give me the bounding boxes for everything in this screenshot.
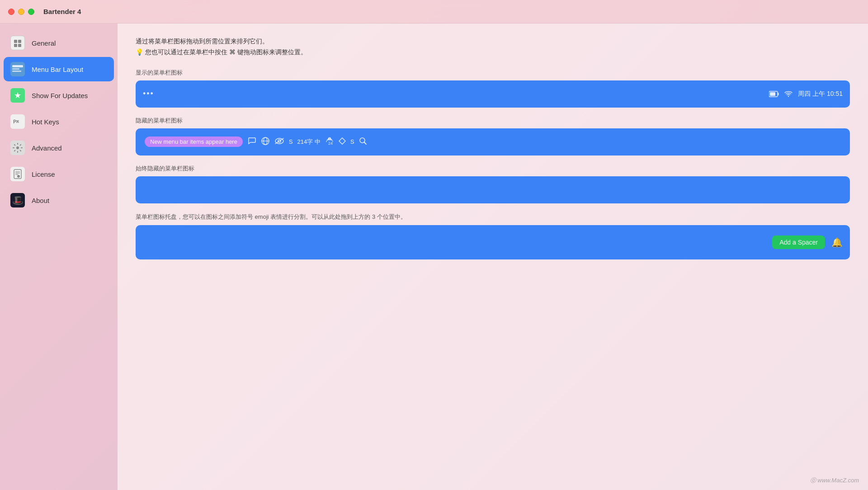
diamond-svg xyxy=(339,137,346,145)
sidebar-label-advanced: Advanced xyxy=(32,144,62,152)
tray-zone[interactable]: Add a Spacer 🔔 xyxy=(136,225,850,259)
advanced-icon-wrapper xyxy=(10,140,25,155)
general-icon xyxy=(10,36,25,50)
about-icon-wrapper: 🎩 xyxy=(10,193,25,208)
svg-rect-2 xyxy=(14,44,17,47)
antenna-icon: 24 xyxy=(325,137,334,147)
general-icon-wrapper xyxy=(10,35,25,51)
skype2-icon: S xyxy=(350,138,354,145)
app-window: Bartender 4 General xyxy=(0,0,868,490)
eye-icon xyxy=(274,137,284,146)
svg-rect-4 xyxy=(12,65,23,67)
advanced-icon xyxy=(10,141,25,155)
svg-rect-16 xyxy=(770,92,775,96)
license-icon-wrapper xyxy=(10,166,25,182)
globe-svg xyxy=(261,137,270,146)
globe-icon xyxy=(261,137,270,147)
content-area: 通过将菜单栏图标拖动到所需位置来排列它们。 💡 您也可以通过在菜单栏中按住 ⌘ … xyxy=(118,24,868,490)
app-title: Bartender 4 xyxy=(43,8,81,15)
wifi-svg xyxy=(784,90,793,97)
always-hidden-label: 始终隐藏的菜单栏图标 xyxy=(136,165,850,173)
chat-icon xyxy=(247,137,256,147)
battery-svg xyxy=(769,91,779,97)
traffic-lights xyxy=(8,9,34,15)
hidden-label: 隐藏的菜单栏图标 xyxy=(136,117,850,125)
gear-svg xyxy=(12,142,23,153)
hotkeys-icon: P⌘ xyxy=(10,114,25,129)
sidebar-label-hotkeys: Hot Keys xyxy=(32,118,59,126)
dots-icon: ••• xyxy=(143,89,154,99)
sidebar-label-updates: Show For Updates xyxy=(32,92,88,99)
svg-rect-15 xyxy=(778,93,779,95)
svg-rect-1 xyxy=(18,40,21,43)
instruction-line1: 通过将菜单栏图标拖动到所需位置来排列它们。 xyxy=(136,36,850,47)
svg-rect-5 xyxy=(12,68,19,70)
hotkeys-icon-wrapper: P⌘ xyxy=(10,114,25,129)
bell-icon: 🔔 xyxy=(831,237,843,248)
visible-zone[interactable]: ••• 周四 上午 10:51 xyxy=(136,80,850,108)
svg-point-17 xyxy=(788,96,789,97)
svg-text:24: 24 xyxy=(328,141,333,145)
sidebar: General Menu Bar Layout xyxy=(0,24,118,490)
sidebar-label-license: License xyxy=(32,170,55,178)
sidebar-item-hot-keys[interactable]: P⌘ Hot Keys xyxy=(4,109,114,134)
watermark: ⓪ www.MacZ.com xyxy=(810,476,859,485)
sidebar-label-general: General xyxy=(32,39,56,47)
star-icon: ★ xyxy=(14,90,21,100)
antenna-svg: 24 xyxy=(325,137,334,145)
sidebar-item-about[interactable]: 🎩 About xyxy=(4,188,114,212)
search-svg xyxy=(359,137,367,145)
menubar-icon xyxy=(10,62,25,76)
tray-desc: 菜单栏图标托盘，您可以在图标之间添加符号 emoji 表情进行分割。可以从此处拖… xyxy=(136,212,850,222)
close-button[interactable] xyxy=(8,9,14,15)
new-items-badge: New menu bar items appear here xyxy=(145,137,243,147)
svg-text:P⌘: P⌘ xyxy=(13,119,19,125)
chat-svg xyxy=(247,137,256,146)
always-hidden-zone[interactable] xyxy=(136,176,850,203)
svg-rect-6 xyxy=(12,71,21,72)
license-icon xyxy=(10,167,25,181)
time-display: 周四 上午 10:51 xyxy=(798,90,843,98)
hotkeys-svg: P⌘ xyxy=(11,115,24,128)
sidebar-item-general[interactable]: General xyxy=(4,31,114,55)
diamond-icon xyxy=(339,137,346,146)
instruction-block: 通过将菜单栏图标拖动到所需位置来排列它们。 💡 您也可以通过在菜单栏中按住 ⌘ … xyxy=(136,36,850,58)
wifi-icon xyxy=(784,90,793,97)
general-svg xyxy=(13,38,23,48)
visible-label: 显示的菜单栏图标 xyxy=(136,69,850,77)
sidebar-item-license[interactable]: License xyxy=(4,162,114,186)
add-spacer-button[interactable]: Add a Spacer xyxy=(772,236,825,249)
skype-icon: S xyxy=(289,138,293,145)
menubar-svg xyxy=(11,63,24,75)
sidebar-item-menu-bar-layout[interactable]: Menu Bar Layout xyxy=(4,57,114,81)
svg-marker-26 xyxy=(339,138,345,144)
svg-point-13 xyxy=(17,175,20,178)
license-svg xyxy=(12,169,23,179)
titlebar: Bartender 4 xyxy=(0,0,868,24)
svg-rect-0 xyxy=(14,40,17,43)
hidden-zone[interactable]: New menu bar items appear here xyxy=(136,128,850,155)
minimize-button[interactable] xyxy=(18,9,24,15)
battery-icon xyxy=(769,91,779,97)
svg-rect-3 xyxy=(18,44,21,47)
about-icon: 🎩 xyxy=(10,193,25,207)
eye-svg xyxy=(274,137,284,145)
updates-icon: ★ xyxy=(10,88,25,103)
sidebar-item-advanced[interactable]: Advanced xyxy=(4,136,114,160)
svg-point-8 xyxy=(16,146,19,149)
updates-icon-wrapper: ★ xyxy=(10,88,25,103)
sidebar-item-show-for-updates[interactable]: ★ Show For Updates xyxy=(4,83,114,108)
instruction-tip: 💡 您也可以通过在菜单栏中按住 ⌘ 键拖动图标来调整位置。 xyxy=(136,47,307,58)
menubar-icon-wrapper xyxy=(10,61,25,77)
sidebar-label-menubar: Menu Bar Layout xyxy=(32,66,83,73)
search-icon xyxy=(359,137,367,147)
svg-line-28 xyxy=(364,142,366,144)
instruction-line2: 💡 您也可以通过在菜单栏中按住 ⌘ 键拖动图标来调整位置。 xyxy=(136,47,850,58)
maximize-button[interactable] xyxy=(28,9,34,15)
word-count: 214字 中 xyxy=(297,138,321,146)
main-layout: General Menu Bar Layout xyxy=(0,24,868,490)
sidebar-label-about: About xyxy=(32,197,49,204)
